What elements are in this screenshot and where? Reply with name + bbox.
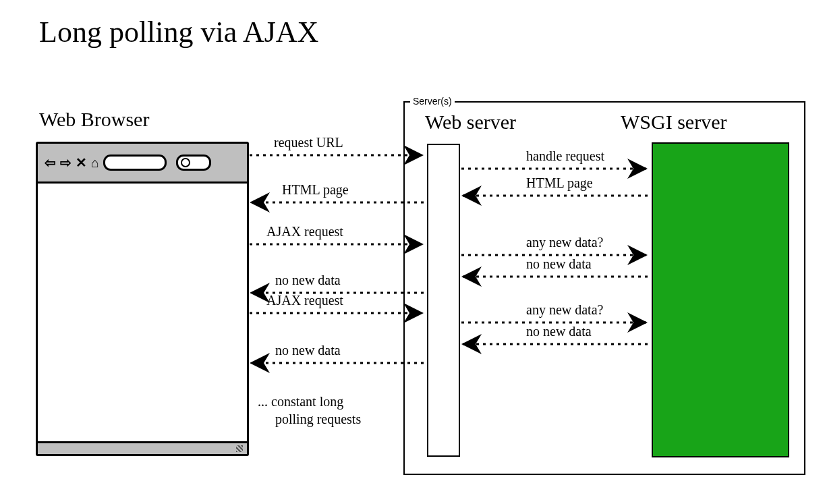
msg-request-url: request URL: [274, 135, 343, 150]
browser-viewport: [38, 184, 247, 441]
stop-icon: ✕: [76, 155, 87, 171]
browser-window: ⇦ ⇨ ✕ ⌂: [36, 142, 249, 456]
msg-no-new-data-right-2: no new data: [526, 324, 592, 339]
browser-toolbar: ⇦ ⇨ ✕ ⌂: [38, 144, 247, 184]
web-browser-label: Web Browser: [39, 108, 149, 131]
note-line-1: ... constant long: [258, 393, 343, 410]
msg-html-page-left: HTML page: [282, 182, 349, 198]
msg-no-new-data-right-1: no new data: [526, 256, 592, 272]
msg-no-new-data-left-1: no new data: [275, 273, 341, 288]
msg-ajax-request-1: AJAX request: [266, 224, 343, 240]
browser-status-bar: [38, 441, 247, 454]
wsgi-server-lifeline: [652, 142, 789, 457]
search-bar: [176, 155, 211, 171]
servers-group-legend: Server(s): [410, 96, 455, 107]
note-line-2: polling requests: [275, 411, 361, 427]
msg-any-new-data-1: any new data?: [526, 235, 603, 250]
diagram-title: Long polling via AJAX: [39, 15, 318, 49]
wsgi-server-label: WSGI server: [621, 111, 727, 134]
web-server-lifeline: [427, 144, 460, 457]
home-icon: ⌂: [91, 155, 99, 171]
forward-icon: ⇨: [60, 155, 72, 171]
web-server-label: Web server: [425, 111, 516, 134]
msg-any-new-data-2: any new data?: [526, 302, 603, 318]
msg-no-new-data-left-2: no new data: [275, 343, 341, 358]
back-icon: ⇦: [45, 155, 56, 171]
msg-html-page-right: HTML page: [526, 175, 593, 191]
msg-handle-request: handle request: [526, 148, 604, 164]
url-bar: [103, 155, 167, 171]
msg-ajax-request-2: AJAX request: [266, 293, 343, 308]
